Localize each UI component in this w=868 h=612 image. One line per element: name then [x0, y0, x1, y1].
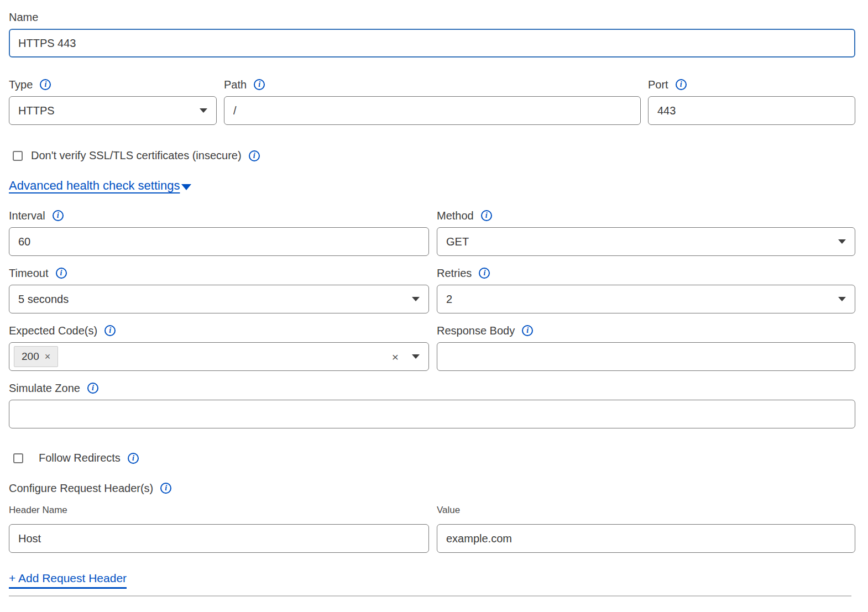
expected-codes-label: Expected Code(s) [9, 323, 97, 338]
type-select-value: HTTPS [18, 104, 55, 117]
info-glyph: i [258, 80, 260, 89]
timeout-label: Timeout [9, 266, 49, 280]
method-label: Method [437, 208, 474, 223]
follow-redirects-checkbox[interactable] [13, 453, 23, 463]
expected-codes-field-group: Expected Code(s) i 200 × × [9, 323, 429, 371]
ssl-verify-label: Don't verify SSL/TLS certificates (insec… [31, 149, 242, 162]
chevron-down-icon [838, 297, 846, 301]
info-icon[interactable]: i [160, 483, 171, 494]
simulate-zone-input[interactable] [9, 400, 855, 428]
header-name-field-group: Header Name [9, 504, 429, 553]
retries-label: Retries [437, 266, 472, 280]
interval-input[interactable] [9, 227, 429, 256]
simulate-zone-label: Simulate Zone [9, 381, 80, 395]
path-input[interactable] [224, 96, 641, 125]
request-headers-section-label-row: Configure Request Header(s) i [9, 481, 855, 495]
header-name-label: Header Name [9, 504, 67, 516]
port-field-group: Port i [648, 77, 855, 125]
chip-remove-icon[interactable]: × [45, 351, 51, 363]
advanced-settings-toggle: Advanced health check settings [9, 179, 855, 193]
codes-body-row: Expected Code(s) i 200 × × Response Body… [9, 323, 855, 371]
timeout-field-group: Timeout i 5 seconds [9, 266, 429, 313]
info-glyph: i [92, 384, 94, 393]
type-field-group: Type i HTTPS [9, 77, 217, 125]
info-glyph: i [57, 211, 59, 220]
code-chip-text: 200 [22, 351, 39, 363]
info-glyph: i [485, 211, 488, 220]
type-select[interactable]: HTTPS [9, 96, 217, 125]
info-icon[interactable]: i [53, 210, 64, 221]
info-glyph: i [253, 151, 255, 160]
info-icon[interactable]: i [128, 453, 139, 464]
info-icon[interactable]: i [249, 150, 260, 161]
response-body-input[interactable] [437, 342, 855, 371]
add-request-header-link[interactable]: + Add Request Header [9, 572, 127, 589]
triangle-down-icon[interactable] [181, 184, 191, 190]
retries-select-value: 2 [446, 293, 452, 306]
info-icon[interactable]: i [481, 210, 492, 221]
info-glyph: i [60, 269, 62, 278]
method-select-value: GET [446, 236, 469, 248]
header-value-field-group: Value [437, 504, 855, 553]
ssl-verify-checkbox[interactable] [13, 151, 23, 161]
chevron-down-icon [200, 108, 207, 113]
retries-field-group: Retries i 2 [437, 266, 855, 313]
info-glyph: i [44, 80, 46, 89]
ssl-verify-checkbox-row: Don't verify SSL/TLS certificates (insec… [13, 149, 855, 162]
port-input[interactable] [648, 96, 855, 125]
interval-label: Interval [9, 208, 45, 223]
info-icon[interactable]: i [676, 79, 687, 90]
expected-codes-multiselect[interactable]: 200 × × [9, 342, 429, 371]
info-icon[interactable]: i [87, 383, 98, 394]
header-value-input[interactable] [437, 524, 855, 553]
response-body-label: Response Body [437, 323, 515, 338]
path-label: Path [224, 77, 247, 92]
path-field-group: Path i [224, 77, 641, 125]
code-chip: 200 × [14, 346, 58, 367]
name-label: Name [9, 10, 38, 24]
timeout-retries-row: Timeout i 5 seconds Retries i 2 [9, 266, 855, 313]
type-path-port-row: Type i HTTPS Path i Port i [9, 77, 855, 125]
name-field-group: Name [9, 10, 855, 57]
method-select[interactable]: GET [437, 227, 855, 256]
chevron-down-icon [412, 297, 420, 301]
header-value-label: Value [437, 504, 460, 516]
clear-all-icon[interactable]: × [392, 351, 399, 363]
type-label: Type [9, 77, 33, 92]
info-glyph: i [132, 454, 134, 463]
timeout-select[interactable]: 5 seconds [9, 285, 429, 313]
info-glyph: i [109, 326, 111, 335]
retries-select[interactable]: 2 [437, 285, 855, 313]
method-field-group: Method i GET [437, 208, 855, 256]
info-icon[interactable]: i [40, 79, 51, 90]
interval-field-group: Interval i [9, 208, 429, 256]
info-glyph: i [680, 80, 682, 89]
response-body-field-group: Response Body i [437, 323, 855, 371]
chevron-down-icon[interactable] [412, 354, 420, 359]
interval-method-row: Interval i Method i GET [9, 208, 855, 256]
info-glyph: i [483, 269, 485, 278]
info-icon[interactable]: i [104, 325, 116, 336]
timeout-select-value: 5 seconds [18, 293, 69, 306]
advanced-settings-link[interactable]: Advanced health check settings [9, 179, 180, 193]
simulate-zone-field-group: Simulate Zone i [9, 381, 855, 428]
header-row: Header Name Value [9, 504, 855, 553]
follow-redirects-checkbox-row: Follow Redirects i [13, 452, 855, 464]
info-glyph: i [165, 484, 167, 493]
chevron-down-icon [838, 239, 846, 244]
info-icon[interactable]: i [56, 268, 67, 279]
follow-redirects-label: Follow Redirects [39, 452, 121, 464]
request-headers-label: Configure Request Header(s) [9, 481, 153, 495]
health-check-form: Name Type i HTTPS Path i Port i [0, 0, 868, 597]
info-icon[interactable]: i [254, 79, 265, 90]
section-divider [9, 595, 851, 597]
name-input[interactable] [9, 29, 855, 57]
info-icon[interactable]: i [479, 268, 490, 279]
header-name-input[interactable] [9, 524, 429, 553]
port-label: Port [648, 77, 668, 92]
info-glyph: i [526, 326, 529, 335]
info-icon[interactable]: i [522, 325, 533, 336]
